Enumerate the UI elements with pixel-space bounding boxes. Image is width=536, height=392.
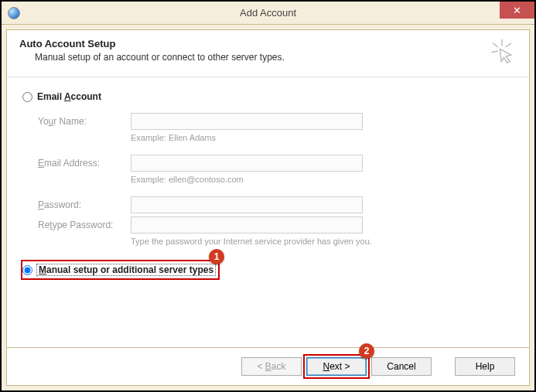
email-address-helper: Example: ellen@contoso.com (131, 175, 244, 184)
your-name-helper: Example: Ellen Adams (131, 133, 216, 142)
back-button[interactable]: < Back (241, 357, 302, 376)
email-address-label: Email Address: (38, 158, 131, 169)
close-icon: ✕ (513, 5, 521, 16)
retype-password-label: Retype Password: (38, 220, 131, 230)
title-bar: Add Account ✕ (2, 2, 534, 25)
password-helper: Type the password your Internet service … (131, 237, 372, 246)
cursor-star-icon (489, 38, 515, 64)
radio-email-account[interactable] (22, 92, 32, 102)
password-input[interactable] (131, 196, 363, 213)
window-title: Add Account (2, 7, 534, 19)
email-account-fields: Your Name: Example: Ellen Adams Email Ad… (38, 113, 514, 246)
svg-line-3 (491, 51, 498, 53)
radio-email-account-label[interactable]: Email Account (37, 91, 101, 102)
radio-manual-setup[interactable] (22, 265, 32, 275)
email-address-input[interactable] (131, 155, 363, 172)
password-label: Password: (38, 199, 131, 210)
wizard-footer: < Back Next > 2 Cancel Help (7, 347, 529, 385)
your-name-input[interactable] (131, 113, 363, 130)
svg-line-1 (493, 43, 498, 47)
your-name-label: Your Name: (38, 116, 131, 127)
cancel-button[interactable]: Cancel (371, 357, 432, 376)
app-icon (8, 7, 20, 19)
annotation-callout-1: 1 (209, 249, 224, 264)
radio-email-account-row: Email Account (22, 91, 514, 102)
annotation-callout-2: 2 (359, 343, 374, 359)
svg-line-2 (506, 43, 511, 47)
retype-password-input[interactable] (131, 216, 363, 233)
header-title: Auto Account Setup (19, 38, 517, 49)
next-button[interactable]: Next > (306, 357, 367, 376)
radio-manual-setup-row: Manual setup or additional server types … (22, 264, 215, 275)
wizard-header: Auto Account Setup Manual setup of an ac… (7, 30, 529, 77)
close-button[interactable]: ✕ (500, 2, 534, 19)
radio-manual-setup-label[interactable]: Manual setup or additional server types (37, 264, 215, 275)
help-button[interactable]: Help (455, 357, 515, 376)
header-subtitle: Manual setup of an account or connect to… (35, 52, 517, 63)
